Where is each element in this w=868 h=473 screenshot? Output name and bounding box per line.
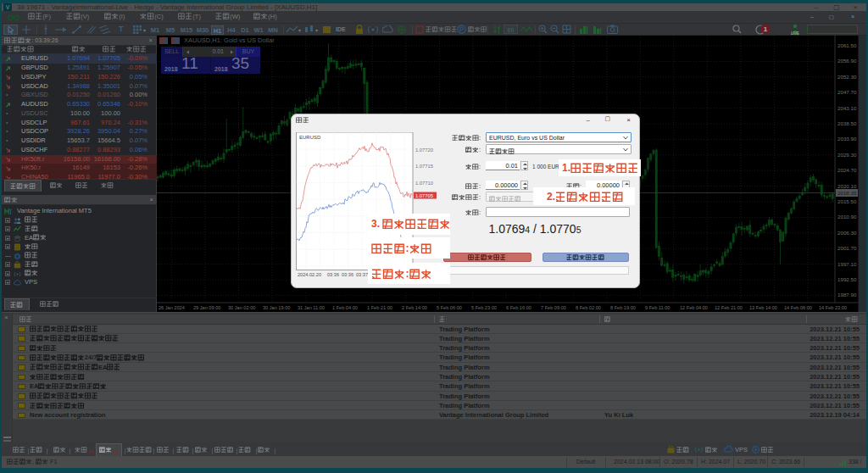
svg-text:03:36: 03:36 xyxy=(327,272,339,277)
svg-text:26 Jan 2024: 26 Jan 2024 xyxy=(159,305,185,310)
svg-text:30 Jan 02:00: 30 Jan 02:00 xyxy=(228,305,255,310)
svg-text:14 Feb 06:00: 14 Feb 06:00 xyxy=(784,305,812,310)
svg-text:2015.50: 2015.50 xyxy=(837,198,857,204)
svg-text:2006.30: 2006.30 xyxy=(837,230,857,236)
svg-text:1.07705: 1.07705 xyxy=(415,193,433,198)
svg-text:2024.70: 2024.70 xyxy=(837,167,857,173)
svg-text:1.07710: 1.07710 xyxy=(415,181,433,186)
svg-text:31 Jan 11:00: 31 Jan 11:00 xyxy=(298,305,325,310)
svg-text:2043.10: 2043.10 xyxy=(837,105,857,111)
svg-text:1: 1 xyxy=(764,25,768,33)
svg-text:5 Feb 23:00: 5 Feb 23:00 xyxy=(471,305,497,310)
svg-text:9 Feb 11:00: 9 Feb 11:00 xyxy=(645,305,670,310)
svg-text:2024.02.20: 2024.02.20 xyxy=(298,272,321,277)
svg-text:13 Feb 14:00: 13 Feb 14:00 xyxy=(749,305,777,310)
svg-text:03:36: 03:36 xyxy=(342,272,353,277)
svg-text:5 Feb 06:00: 5 Feb 06:00 xyxy=(437,305,462,310)
svg-text:30 Jan 19:00: 30 Jan 19:00 xyxy=(263,305,290,310)
svg-text:2038.50: 2038.50 xyxy=(837,120,857,126)
svg-text:12 Feb 21:00: 12 Feb 21:00 xyxy=(715,305,743,310)
svg-text:2001.70: 2001.70 xyxy=(837,245,857,251)
svg-text:29 Jan 09:00: 29 Jan 09:00 xyxy=(193,305,220,310)
svg-text:2010.90: 2010.90 xyxy=(837,214,857,220)
svg-text:1 Feb 04:00: 1 Feb 04:00 xyxy=(332,305,358,310)
svg-text:2 Feb 14:00: 2 Feb 14:00 xyxy=(402,305,427,310)
svg-text:2029.30: 2029.30 xyxy=(837,152,857,158)
svg-text:2052.30: 2052.30 xyxy=(837,74,857,80)
svg-text:1992.50: 1992.50 xyxy=(837,276,857,282)
svg-text:03:37: 03:37 xyxy=(356,272,368,277)
svg-text:2033.90: 2033.90 xyxy=(837,136,857,142)
svg-text:6 Feb 16:00: 6 Feb 16:00 xyxy=(506,305,531,310)
svg-text:2018.35: 2018.35 xyxy=(837,190,857,196)
svg-text:1.07720: 1.07720 xyxy=(415,147,433,153)
svg-text:2047.70: 2047.70 xyxy=(837,89,857,95)
svg-text:7 Feb 09:00: 7 Feb 09:00 xyxy=(541,305,566,310)
svg-text:14 Feb 23:00: 14 Feb 23:00 xyxy=(819,305,847,310)
svg-text:2056.90: 2056.90 xyxy=(837,58,857,64)
svg-text:12 Feb 04:00: 12 Feb 04:00 xyxy=(680,305,708,310)
svg-text:1987.90: 1987.90 xyxy=(837,292,857,298)
svg-text:8 Feb 19:00: 8 Feb 19:00 xyxy=(610,305,636,310)
svg-text:EURUSD: EURUSD xyxy=(299,135,321,140)
svg-text:1997.10: 1997.10 xyxy=(837,261,857,267)
svg-text:8 Feb 02:00: 8 Feb 02:00 xyxy=(576,305,601,310)
svg-text:2020.10: 2020.10 xyxy=(837,183,857,189)
svg-text:1 Feb 21:00: 1 Feb 21:00 xyxy=(367,305,392,310)
svg-text:1.07715: 1.07715 xyxy=(415,164,433,169)
